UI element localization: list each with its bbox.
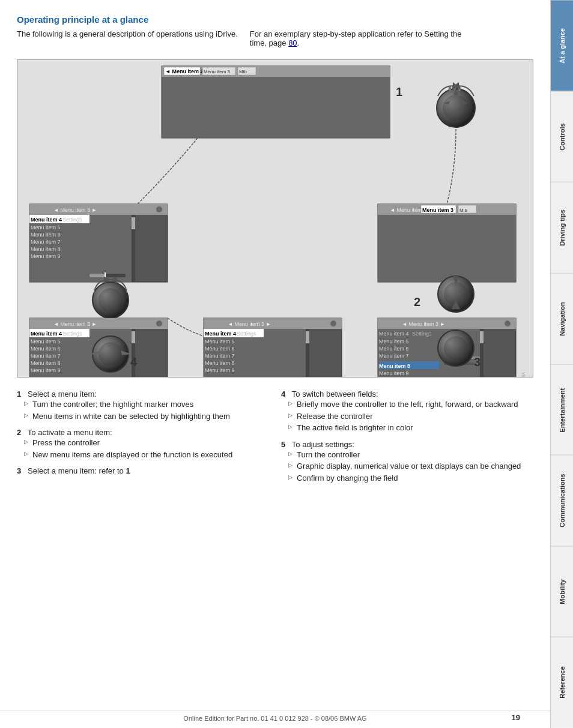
diagram-container: ◄ Menu item 2 Menu item 3 Mib 1: [17, 59, 533, 378]
svg-text:◄ Menu item 3 ►: ◄ Menu item 3 ►: [228, 321, 271, 327]
instr-main-4: To switch between fields:: [292, 390, 378, 399]
sidebar-tab-navigation[interactable]: Navigation: [551, 273, 573, 364]
svg-text:1: 1: [396, 85, 402, 98]
instruction-2: 2 To activate a menu item: Press the con…: [17, 428, 269, 460]
svg-text:Settings: Settings: [412, 331, 432, 337]
svg-text:4: 4: [130, 355, 138, 369]
svg-text:Settings: Settings: [62, 217, 82, 223]
svg-text:Menu item 7: Menu item 7: [379, 353, 409, 359]
svg-rect-9: [162, 77, 390, 138]
svg-text:Menu item 8: Menu item 8: [31, 360, 61, 366]
section-title: Operating principle at a glance: [17, 14, 533, 25]
page-number: 19: [512, 713, 520, 722]
instr-number-5: 5: [281, 440, 290, 449]
svg-text:3: 3: [474, 355, 481, 369]
svg-rect-53: [132, 331, 135, 343]
instruction-3: 3 Select a menu item: refer to 1: [17, 466, 269, 475]
instr-number-2: 2: [17, 428, 25, 437]
svg-text:Menu item 6: Menu item 6: [31, 232, 61, 238]
sidebar-tab-driving-tips[interactable]: Driving tips: [551, 182, 573, 273]
svg-text:Menu item 5: Menu item 5: [31, 224, 61, 230]
instructions-right: 4 To switch between fields: Briefly move…: [281, 390, 533, 490]
svg-text:◄ Menu item 2: ◄ Menu item 2: [165, 68, 203, 74]
svg-text:Menu item 5: Menu item 5: [205, 338, 235, 344]
svg-rect-17: [29, 204, 168, 215]
svg-rect-101: [480, 331, 484, 343]
svg-rect-33: [132, 217, 135, 229]
sub-item: Press the controller: [25, 437, 269, 449]
sub-item: Menu items in white can be selected by h…: [25, 411, 269, 423]
instr-main-3: Select a menu item: refer to 1: [28, 466, 130, 475]
instr-sublist-1: Turn the controller; the highlight marke…: [17, 399, 269, 422]
svg-text:Menu item 6: Menu item 6: [31, 346, 61, 352]
svg-text:Menu item 9: Menu item 9: [31, 253, 61, 259]
svg-text:Mib: Mib: [239, 69, 247, 74]
svg-text:◄ Menu item 3 ►: ◄ Menu item 3 ►: [402, 321, 445, 327]
instr-main-2: To activate a menu item:: [28, 428, 112, 437]
sidebar-tab-at-a-glance[interactable]: At a glance: [551, 0, 573, 91]
svg-rect-71: [306, 331, 309, 343]
footer: Online Edition for Part no. 01 41 0 012 …: [0, 711, 550, 722]
instruction-4: 4 To switch between fields: Briefly move…: [281, 390, 533, 434]
svg-text:2: 2: [414, 295, 420, 308]
svg-text:Menu item 4: Menu item 4: [31, 331, 62, 337]
sub-item: Briefly move the controller to the left,…: [290, 399, 533, 411]
sub-item: The active field is brighter in color: [290, 422, 533, 434]
svg-text:Menu item 8: Menu item 8: [31, 246, 61, 252]
instruction-5: 5 To adjust settings: Turn the controlle…: [281, 440, 533, 484]
sidebar-tab-reference[interactable]: Reference: [551, 637, 573, 728]
sidebar-tab-mobility[interactable]: Mobility: [551, 546, 573, 637]
instruction-1: 1 Select a menu item: Turn the controlle…: [17, 390, 269, 422]
svg-text:Menu item 7: Menu item 7: [31, 239, 61, 245]
svg-text:Menu item 5: Menu item 5: [31, 338, 61, 344]
svg-text:Settings: Settings: [62, 331, 82, 337]
instr-sublist-5: Turn the controller Graphic display, num…: [281, 449, 533, 484]
svg-text:Menu item 4: Menu item 4: [205, 331, 236, 337]
svg-rect-38: [29, 318, 168, 329]
instr-main-5: To adjust settings:: [292, 440, 354, 449]
svg-rect-15: [458, 86, 461, 91]
svg-text:Settings: Settings: [237, 331, 256, 337]
diagram-svg: ◄ Menu item 2 Menu item 3 Mib 1: [17, 60, 533, 378]
page-link[interactable]: 80: [288, 38, 297, 47]
svg-text:Menu item 8: Menu item 8: [205, 360, 235, 366]
instr-sublist-2: Press the controller New menu items are …: [17, 437, 269, 460]
instr-number-4: 4: [281, 390, 290, 399]
svg-text:◄ Menu item 3 ►: ◄ Menu item 3 ►: [53, 207, 97, 213]
right-text: For an exemplary step-by-step applicatio…: [250, 29, 462, 47]
instructions-left: 1 Select a menu item: Turn the controlle…: [17, 390, 269, 490]
instr-number-3: 3: [17, 466, 25, 475]
svg-text:◄ Menu item 3 ►: ◄ Menu item 3 ►: [53, 321, 97, 327]
svg-rect-86: [378, 318, 516, 329]
sidebar-tab-controls[interactable]: Controls: [551, 91, 573, 182]
svg-point-103: [444, 336, 468, 360]
sidebar-tab-communications[interactable]: Communications: [551, 455, 573, 546]
svg-point-60: [330, 320, 336, 326]
svg-text:Menu item 4: Menu item 4: [379, 331, 409, 337]
svg-rect-13: [449, 86, 451, 91]
svg-text:Menu item 9: Menu item 9: [379, 370, 409, 376]
svg-text:Menu item 7: Menu item 7: [31, 353, 61, 359]
sub-item: Graphic display, numerical value or text…: [290, 460, 533, 472]
sub-item: Confirm by changing the field: [290, 472, 533, 484]
sub-item: Turn the controller; the highlight marke…: [25, 399, 269, 411]
svg-point-55: [99, 342, 123, 366]
svg-text:Menu item 6: Menu item 6: [379, 346, 409, 352]
sub-item: Release the controller: [290, 411, 533, 423]
svg-rect-31: [105, 272, 106, 278]
svg-text:Menu item 4: Menu item 4: [31, 217, 62, 223]
svg-text:V8T LJMS3W8: V8T LJMS3W8: [521, 372, 526, 378]
svg-text:Menu item 8: Menu item 8: [379, 363, 410, 369]
svg-point-40: [156, 320, 162, 326]
instr-main-1: Select a menu item:: [28, 390, 97, 399]
sidebar-tab-entertainment[interactable]: Entertainment: [551, 364, 573, 456]
instr-sublist-4: Briefly move the controller to the left,…: [281, 399, 533, 434]
intro-text: The following is a general description o…: [17, 29, 238, 47]
instr-number-1: 1: [17, 390, 25, 399]
svg-text:Menu item 9: Menu item 9: [205, 367, 235, 373]
svg-point-12: [443, 95, 469, 121]
svg-text:Menu item 5: Menu item 5: [379, 338, 409, 344]
svg-text:Menu item 3: Menu item 3: [204, 69, 231, 74]
svg-point-19: [156, 206, 162, 212]
svg-point-88: [505, 320, 511, 326]
